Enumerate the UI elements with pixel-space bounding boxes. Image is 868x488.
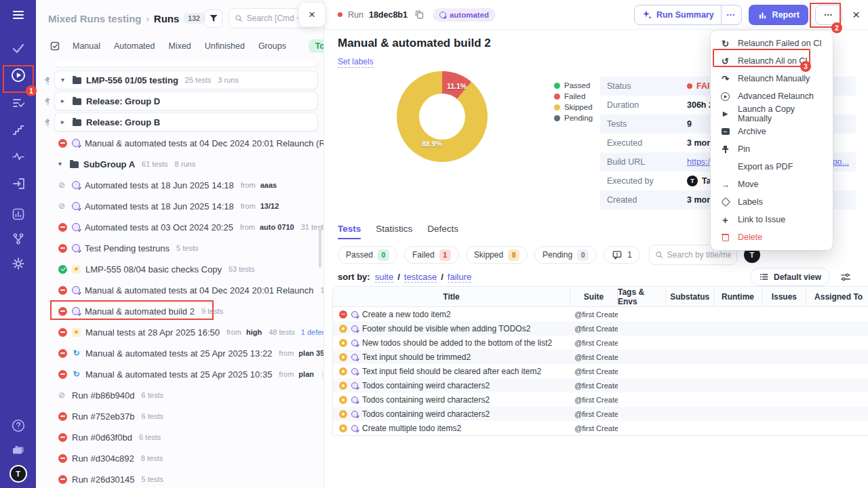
default-view-button[interactable]: Default view xyxy=(750,268,830,286)
sidebar-item-settings[interactable] xyxy=(6,251,31,276)
test-row[interactable]: Create multiple todo items2 @first Creat… xyxy=(333,421,868,435)
sidebar-item-projects[interactable] xyxy=(6,438,31,462)
menu-item[interactable]: Move xyxy=(711,176,833,193)
tree-row[interactable]: Automated tests at 18 Jun 2025 14:18 fro… xyxy=(43,176,318,195)
run-summary-button[interactable]: Run Summary ••• xyxy=(634,5,742,25)
table-column-header[interactable]: Issues xyxy=(762,287,806,306)
filter-button[interactable] xyxy=(204,9,222,28)
menu-item[interactable]: Delete xyxy=(711,228,833,246)
runs-filter-tab[interactable]: Unfinished xyxy=(205,41,245,51)
sidebar-item-activity[interactable] xyxy=(6,144,31,169)
tests-search-input[interactable] xyxy=(667,250,731,260)
breadcrumb-project[interactable]: Mixed Runs testing xyxy=(48,13,142,24)
tree-row[interactable]: SubGroup A 61 tests 8 runs xyxy=(43,155,318,174)
tree-row[interactable]: Manual tests at 28 Apr 2025 16:50 from h… xyxy=(43,323,318,342)
test-row[interactable]: Todos containing weird characters2 @firs… xyxy=(333,378,868,392)
test-row[interactable]: Footer should be visible when adding TOD… xyxy=(333,321,868,336)
runs-filter-tab[interactable]: Manual xyxy=(73,41,100,51)
scrollbar-thumb[interactable] xyxy=(319,226,321,268)
detail-tab[interactable]: Statistics xyxy=(376,224,412,239)
test-row[interactable]: Text input should be trimmed2 @first Cre… xyxy=(333,350,868,364)
defects-link[interactable]: 1 defects xyxy=(301,328,323,336)
tree-row[interactable]: Manual & automated tests at 04 Dec 2024 … xyxy=(43,281,318,300)
panel-close-button[interactable]: × xyxy=(298,2,326,27)
tree-row[interactable]: Manual & automated tests at 25 Apr 2025 … xyxy=(43,344,318,363)
menu-item[interactable]: Archive xyxy=(711,123,833,140)
set-labels-link[interactable]: Set labels xyxy=(338,57,374,68)
sidebar-item-test-runs[interactable] xyxy=(6,63,31,87)
menu-item[interactable]: Export as PDF xyxy=(711,158,833,176)
sidebar-item-milestones[interactable] xyxy=(6,118,31,142)
more-actions-button[interactable]: ••• xyxy=(815,5,842,25)
report-button[interactable]: Report xyxy=(749,5,808,25)
tree-row[interactable]: Test Pending testruns 5 tests xyxy=(43,239,318,258)
table-column-header[interactable]: Assigned To xyxy=(806,287,868,306)
test-row[interactable]: Create a new todo item2 @first Create ..… xyxy=(333,307,868,321)
run-summary-more[interactable]: ••• xyxy=(721,5,741,24)
table-column-header[interactable]: Suite xyxy=(570,287,618,306)
sidebar-item-reports[interactable] xyxy=(6,202,31,226)
test-row[interactable]: Todos containing weird characters2 @firs… xyxy=(333,392,868,407)
tree-row[interactable]: Run #0d63f0bd 6 tests xyxy=(43,428,318,447)
tree-row[interactable]: Run #26d30145 5 tests xyxy=(43,470,318,488)
status-filter-chip[interactable]: Passed 0 xyxy=(338,246,397,264)
sidebar-menu-button[interactable] xyxy=(6,3,31,27)
menu-item[interactable]: Relaunch Failed on CI xyxy=(711,35,833,52)
menu-item[interactable]: Launch a Copy Manually xyxy=(711,105,833,123)
tree-row[interactable]: Automated tests at 03 Oct 2024 20:25 fro… xyxy=(43,218,318,237)
chevron-icon[interactable] xyxy=(61,119,68,125)
tree-row[interactable]: LMP-555 08/04 basic checks Copy 53 tests xyxy=(43,260,318,279)
sidebar-item-test-cases[interactable] xyxy=(6,91,31,115)
tree-row[interactable]: Automated tests at 18 Jun 2025 14:18 fro… xyxy=(43,197,318,216)
sidebar-item-help[interactable] xyxy=(6,413,31,438)
detail-tab[interactable]: Defects xyxy=(427,224,458,239)
runs-filter-tab[interactable]: Mixed xyxy=(168,41,191,51)
status-filter-chip[interactable]: Skipped 8 xyxy=(466,246,528,264)
test-title: Todos containing weird characters2 xyxy=(362,381,490,390)
table-column-header[interactable]: Substatus xyxy=(667,287,714,306)
table-column-header[interactable]: Tags & Envs xyxy=(618,287,667,306)
detail-tab[interactable]: Tests xyxy=(338,224,361,239)
menu-item[interactable]: Link to Issue xyxy=(711,211,833,228)
menu-item[interactable]: Relaunch Manually xyxy=(711,70,833,87)
close-run-button[interactable]: × xyxy=(852,8,860,21)
test-row[interactable]: Todos containing weird characters2 @firs… xyxy=(333,407,868,421)
tree-row[interactable]: LMP-556 01/05 testing 25 tests 3 runs xyxy=(54,70,318,89)
column-settings-icon[interactable] xyxy=(840,271,852,283)
copy-run-id-button[interactable] xyxy=(414,9,425,20)
menu-item[interactable]: Labels xyxy=(711,193,833,211)
tree-row[interactable]: Release: Group B xyxy=(54,113,318,131)
tree-row[interactable]: Manual & automated tests at 04 Dec 2024 … xyxy=(43,134,318,152)
runs-filter-tab[interactable]: Automated xyxy=(114,41,155,51)
sort-link[interactable]: suite xyxy=(375,272,393,283)
select-all-icon[interactable] xyxy=(50,41,60,52)
sort-link[interactable]: testcase xyxy=(404,272,437,283)
comments-filter-chip[interactable]: 1 xyxy=(604,246,640,264)
status-filter-chip[interactable]: Failed 1 xyxy=(404,246,459,264)
tree-row[interactable]: Release: Group D xyxy=(54,92,318,110)
table-column-header[interactable]: Runtime xyxy=(714,287,763,306)
chevron-icon[interactable] xyxy=(61,98,68,104)
test-row[interactable]: New todos should be added to the bottom … xyxy=(333,336,868,350)
test-row[interactable]: Text input field should be cleared after… xyxy=(333,364,868,378)
runs-filter-tab[interactable]: To xyxy=(309,39,323,53)
sidebar-item-environments[interactable] xyxy=(6,226,31,251)
menu-item[interactable]: Advanced Relaunch xyxy=(711,87,833,105)
menu-item[interactable]: Pin xyxy=(711,140,833,158)
tree-row[interactable]: Manual & automated tests at 25 Apr 2025 … xyxy=(43,365,318,384)
sidebar-item-requirements[interactable] xyxy=(6,171,31,196)
sidebar-user-avatar[interactable]: T xyxy=(9,465,27,483)
tree-row[interactable]: Run #b86b940d 6 tests xyxy=(43,386,318,405)
tree-row[interactable]: Run #d304c892 8 tests xyxy=(43,449,318,468)
runs-filter-tab[interactable]: Groups xyxy=(258,41,286,51)
summary-value-link-end[interactable]: po... xyxy=(833,157,849,167)
chevron-icon[interactable] xyxy=(61,77,68,83)
tree-row[interactable]: Run #752eb37b 6 tests xyxy=(43,407,318,426)
tree-row[interactable]: Manual & automated build 2 9 tests xyxy=(43,302,318,321)
menu-item[interactable]: Relaunch All on CI xyxy=(711,52,833,70)
table-column-header[interactable]: Title xyxy=(333,287,570,306)
sidebar-item-checks[interactable] xyxy=(6,36,31,60)
sort-link[interactable]: failure xyxy=(448,272,471,283)
status-filter-chip[interactable]: Pending 0 xyxy=(534,246,597,264)
chevron-icon[interactable] xyxy=(58,161,65,167)
